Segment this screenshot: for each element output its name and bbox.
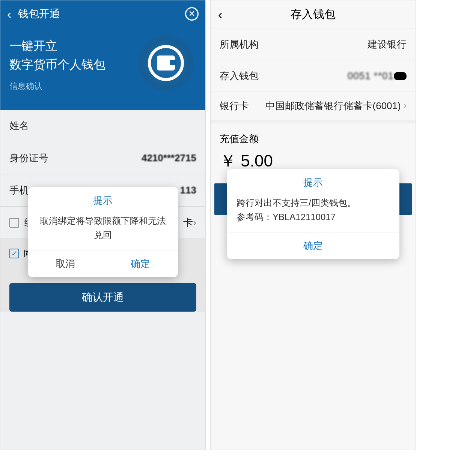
hero-banner: 一键开立 数字货币个人钱包 信息确认	[0, 27, 205, 110]
dialog-message-line2: 参考码：YBLA12110017	[236, 210, 390, 224]
wallet-label: 存入钱包	[220, 69, 348, 82]
checkbox-icon[interactable]	[9, 218, 19, 228]
card-label: 银行卡	[220, 99, 265, 112]
error-dialog: 提示 跨行对出不支持三/四类钱包。 参考码：YBLA12110017 确定	[227, 169, 399, 259]
dialog-message: 取消绑定将导致限额下降和无法兑回	[28, 212, 178, 250]
unbind-confirm-dialog: 提示 取消绑定将导致限额下降和无法兑回 取消 确定	[28, 187, 178, 277]
row-org[interactable]: 所属机构 建设银行	[211, 29, 416, 60]
id-value: 4210***2715	[142, 152, 196, 164]
dialog-message-line1: 跨行对出不支持三/四类钱包。	[236, 196, 390, 210]
agree-checkbox[interactable]: ✓	[9, 249, 19, 258]
row-bank-card[interactable]: 银行卡 中国邮政储蓄银行储蓄卡(6001) ›	[211, 92, 416, 123]
dialog-title: 提示	[227, 169, 399, 194]
card-value: 中国邮政储蓄银行储蓄卡(6001)	[265, 99, 401, 112]
dialog-cancel-button[interactable]: 取消	[28, 250, 103, 277]
name-label: 姓名	[9, 119, 196, 132]
row-id[interactable]: 身份证号 4210***2715	[0, 142, 205, 174]
dialog-ok-button[interactable]: 确定	[103, 250, 178, 277]
close-icon[interactable]: ✕	[185, 7, 199, 21]
wallet-icon	[138, 35, 194, 91]
back-icon[interactable]: ‹	[218, 7, 233, 22]
left-screen: ‹ 钱包开通 ✕ 一键开立 数字货币个人钱包 信息确认 姓名 身份证号 4210…	[0, 0, 206, 450]
wallet-value: 0051 **01	[348, 70, 394, 82]
row-wallet[interactable]: 存入钱包 0051 **01	[211, 60, 416, 92]
org-label: 所属机构	[220, 38, 368, 51]
confirm-open-button[interactable]: 确认开通	[9, 283, 196, 312]
right-screen: ‹ 存入钱包 所属机构 建设银行 存入钱包 0051 **01 银行卡 中国邮政…	[210, 0, 416, 450]
redaction-mark	[394, 72, 407, 80]
chevron-right-icon: ›	[404, 101, 407, 111]
chevron-right-icon: ›	[193, 217, 196, 228]
page-title: 钱包开通	[18, 7, 185, 21]
id-label: 身份证号	[9, 152, 142, 165]
back-icon[interactable]: ‹	[7, 7, 11, 21]
row-name[interactable]: 姓名	[0, 110, 205, 142]
phone-value: 113	[180, 184, 196, 196]
dialog-title: 提示	[28, 187, 178, 212]
left-nav: ‹ 钱包开通 ✕	[0, 0, 205, 27]
bind-label-suffix: 卡	[183, 216, 193, 229]
dialog-ok-button[interactable]: 确定	[227, 232, 399, 259]
org-value: 建设银行	[368, 38, 407, 51]
page-title: 存入钱包	[233, 7, 408, 22]
dialog-message: 跨行对出不支持三/四类钱包。 参考码：YBLA12110017	[227, 194, 399, 232]
right-nav: ‹ 存入钱包	[211, 0, 416, 29]
amount-label: 充值金额	[211, 123, 416, 150]
